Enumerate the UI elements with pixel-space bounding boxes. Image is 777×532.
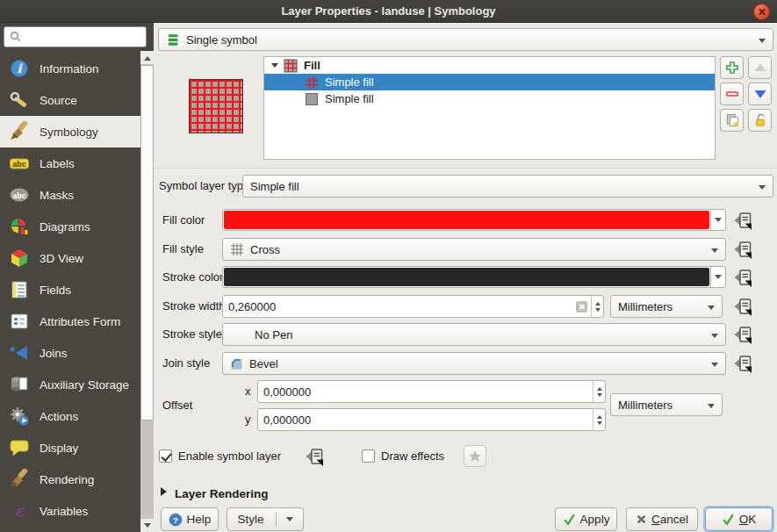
sidebar-item-fields[interactable]: Fields — [0, 274, 140, 306]
search-input[interactable] — [24, 31, 138, 43]
svg-text:abc: abc — [12, 160, 26, 169]
sidebar-item-label: Source — [40, 94, 77, 107]
stroke-width-override-button[interactable] — [731, 295, 755, 318]
tree-row-fill[interactable]: Fill — [264, 57, 715, 74]
fields-icon — [9, 279, 30, 300]
offset-unit-combo[interactable]: Millimeters — [610, 393, 723, 416]
stroke-color-swatch — [224, 268, 709, 286]
lock-color-button[interactable] — [748, 109, 772, 132]
sidebar-item-labels[interactable]: abc Labels — [0, 147, 140, 179]
sidebar-item-source[interactable]: Source — [0, 84, 140, 116]
sidebar-item-diagrams[interactable]: Diagrams — [0, 211, 140, 242]
stroke-color-dropdown[interactable] — [710, 267, 725, 287]
sidebar-item-rendering[interactable]: Rendering — [0, 464, 140, 495]
sidebar-scrollbar[interactable] — [140, 51, 154, 532]
join-style-value: Bevel — [249, 357, 278, 370]
fill-color-override-button[interactable] — [731, 209, 755, 232]
tree-row-simple-fill-1[interactable]: Simple fill — [264, 74, 715, 90]
chevron-down-icon — [711, 363, 718, 370]
scroll-down-icon[interactable] — [140, 519, 154, 532]
ok-button[interactable]: OK — [705, 507, 773, 531]
apply-button[interactable]: Apply — [555, 507, 617, 531]
cancel-button[interactable]: Cancel — [626, 507, 698, 531]
symbology-panel: Single symbol Fill — [154, 23, 777, 532]
attributes-form-icon — [9, 311, 30, 332]
chevron-down-icon — [708, 306, 715, 313]
fill-color-dropdown[interactable] — [710, 210, 725, 230]
chevron-down-icon — [715, 218, 722, 226]
help-label: Help — [187, 513, 212, 526]
offset-y-input[interactable] — [263, 410, 570, 429]
enable-layer-override-button[interactable] — [303, 445, 327, 468]
renderer-combo[interactable]: Single symbol — [158, 28, 773, 51]
sidebar-item-label: Joins — [40, 347, 68, 360]
join-style-override-button[interactable] — [731, 352, 755, 375]
stroke-style-combo[interactable]: No Pen — [222, 323, 726, 346]
expander-right-icon[interactable] — [161, 487, 171, 496]
layer-rendering-header[interactable]: Layer Rendering — [175, 483, 269, 506]
fill-color-button[interactable] — [222, 209, 726, 231]
sidebar-item-information[interactable]: i Information — [0, 53, 140, 84]
offset-x-input[interactable] — [263, 382, 570, 401]
svg-text:ε: ε — [15, 501, 26, 520]
ok-label: OK — [739, 513, 757, 526]
move-up-button[interactable] — [748, 56, 772, 79]
spin-up-icon — [597, 413, 602, 419]
style-button[interactable]: Style — [227, 507, 304, 531]
stroke-width-label: Stroke width — [162, 295, 226, 318]
svg-text:abc: abc — [12, 191, 26, 200]
duplicate-icon — [724, 112, 740, 128]
sidebar-item-actions[interactable]: Actions — [0, 400, 140, 432]
close-button[interactable] — [753, 4, 770, 20]
remove-symbol-layer-button[interactable] — [720, 83, 744, 105]
tree-row-simple-fill-2[interactable]: Simple fill — [264, 90, 715, 107]
sidebar-item-variables[interactable]: ε Variables — [0, 495, 140, 527]
duplicate-symbol-layer-button[interactable] — [720, 109, 744, 132]
stroke-width-unit-value: Millimeters — [618, 300, 673, 313]
fill-style-value: Cross — [250, 243, 280, 256]
sidebar-item-3d-view[interactable]: 3D View — [0, 242, 140, 274]
stroke-color-button[interactable] — [222, 266, 726, 288]
variables-icon: ε — [9, 500, 30, 521]
help-button[interactable]: ? Help — [161, 507, 219, 531]
offset-y-spinner[interactable] — [593, 409, 605, 430]
offset-unit-value: Millimeters — [618, 399, 673, 412]
enable-symbol-layer-label: Enable symbol layer — [178, 445, 281, 468]
clear-icon[interactable] — [576, 301, 587, 313]
enable-symbol-layer-checkbox[interactable] — [159, 449, 172, 463]
titlebar: Layer Properties - landuse | Symbology — [0, 0, 777, 23]
join-style-combo[interactable]: Bevel — [222, 352, 726, 375]
expander-down-icon[interactable] — [271, 63, 278, 71]
sidebar-item-symbology[interactable]: Symbology — [0, 116, 140, 147]
scroll-up-icon[interactable] — [140, 51, 154, 64]
fill-style-override-button[interactable] — [731, 238, 755, 261]
3d-view-icon — [9, 248, 30, 269]
fill-color-label: Fill color — [162, 209, 205, 232]
sidebar-item-joins[interactable]: Joins — [0, 337, 140, 369]
symbol-layer-type-combo[interactable]: Simple fill — [242, 175, 773, 198]
scrollbar-thumb[interactable] — [140, 65, 154, 421]
fill-style-combo[interactable]: Cross — [222, 238, 726, 261]
separator — [154, 168, 777, 169]
stroke-style-override-button[interactable] — [731, 323, 755, 346]
down-arrow-icon — [752, 86, 768, 102]
sidebar-item-masks[interactable]: abc Masks — [0, 179, 140, 211]
sidebar-item-attributes-form[interactable]: Attributes Form — [0, 306, 140, 337]
sidebar-item-label: Fields — [40, 284, 71, 297]
draw-effects-checkbox[interactable] — [362, 449, 375, 463]
chevron-down-icon — [759, 39, 766, 47]
move-down-button[interactable] — [748, 83, 772, 105]
stroke-color-override-button[interactable] — [731, 266, 755, 289]
stroke-width-unit-combo[interactable]: Millimeters — [610, 295, 723, 318]
add-symbol-layer-button[interactable] — [720, 56, 744, 79]
fill-style-label: Fill style — [162, 238, 204, 261]
sidebar-item-display[interactable]: Display — [0, 432, 140, 464]
stroke-style-label: Stroke style — [162, 323, 222, 346]
effects-options-button[interactable] — [464, 445, 486, 467]
x-icon — [636, 514, 647, 525]
offset-x-spinner[interactable] — [593, 381, 605, 402]
sidebar-item-auxiliary-storage[interactable]: Auxiliary Storage — [0, 369, 140, 400]
sidebar-item-label: Diagrams — [40, 220, 90, 234]
stroke-width-spinner[interactable] — [591, 296, 603, 317]
stroke-width-input[interactable] — [228, 297, 568, 316]
